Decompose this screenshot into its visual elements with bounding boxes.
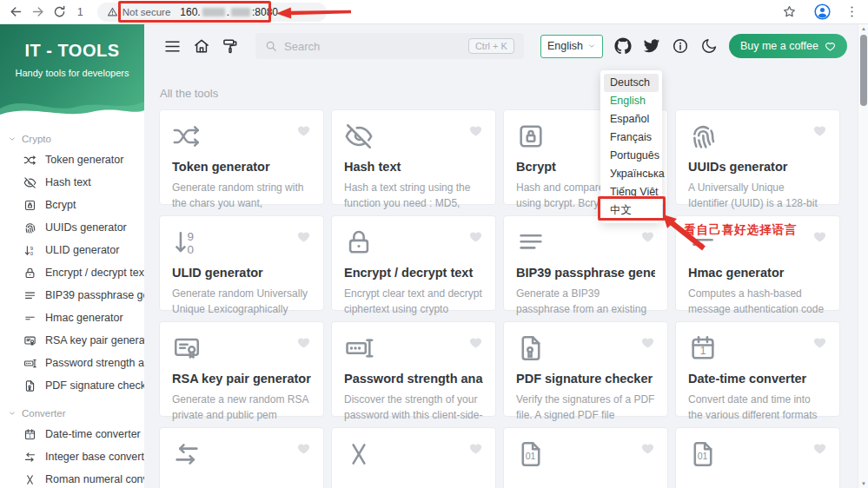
language-option-vietnamese[interactable]: Tiếng Việt — [604, 183, 659, 201]
buy-me-a-coffee-button[interactable]: Buy me a coffee — [729, 34, 847, 58]
sidebar-nav: Crypto Token generator Hash text Bcrypt … — [0, 120, 144, 488]
language-option-francais[interactable]: Français — [604, 129, 659, 147]
language-select[interactable]: English — [540, 35, 603, 58]
favorite-heart-icon[interactable] — [812, 229, 827, 244]
sidebar-item-date-time-converter[interactable]: Date-time converter — [0, 423, 144, 445]
roman-x-icon — [23, 473, 36, 486]
favorite-heart-icon[interactable] — [640, 441, 655, 456]
sidebar-item-rsa-key-pair[interactable]: RSA key pair generator — [0, 329, 144, 352]
github-icon[interactable] — [614, 37, 632, 55]
sidebar-item-roman-numeral-converter[interactable]: Roman numeral converter — [0, 468, 144, 488]
tool-card-description: Convert date and time into the various d… — [688, 392, 827, 423]
sidebar-section-crypto[interactable]: Crypto — [0, 130, 144, 148]
sidebar-item-token-generator[interactable]: Token generator — [0, 148, 144, 171]
scrollbar-up-arrow[interactable]: ▲ — [858, 26, 868, 31]
tool-card-pdf-signature[interactable]: PDF signature checker Verify the signatu… — [503, 321, 668, 417]
language-option-ukrainian[interactable]: Українська — [604, 165, 659, 183]
align-lines-icon — [23, 289, 36, 302]
bookmark-star-icon[interactable] — [782, 4, 797, 19]
tool-card-description: Generate random Universally Unique Lexic… — [172, 286, 311, 317]
sidebar-item-hmac-generator[interactable]: Hmac generator — [0, 307, 144, 329]
paint-roller-icon[interactable] — [222, 37, 239, 55]
tool-card-title: UUIDs generator — [688, 160, 827, 174]
forward-icon[interactable] — [30, 4, 45, 19]
tool-card-title: Date-time converter — [688, 372, 827, 386]
favorite-heart-icon[interactable] — [468, 229, 483, 244]
sidebar-item-encrypt-decrypt[interactable]: Encrypt / decrypt text — [0, 261, 144, 284]
favorite-heart-icon[interactable] — [468, 335, 483, 350]
search-shortcut-badge: Ctrl + K — [468, 38, 514, 54]
reload-icon[interactable] — [52, 4, 67, 19]
favorite-heart-icon[interactable] — [640, 335, 655, 350]
sidebar-section-converter[interactable]: Converter — [0, 405, 144, 423]
about-info-icon[interactable] — [672, 37, 689, 55]
tool-card-title: Hash text — [344, 160, 483, 174]
tool-card-bip39[interactable]: BIP39 passphrase generator Generate a BI… — [503, 215, 668, 311]
tool-card-integer-base-converter[interactable] — [159, 427, 324, 488]
favorite-heart-icon[interactable] — [468, 123, 483, 138]
tool-card-password-strength[interactable]: Password strength analyser Discover the … — [331, 321, 496, 417]
dark-mode-moon-icon[interactable] — [700, 37, 718, 55]
sidebar-item-ulid-generator[interactable]: ULID generator — [0, 239, 144, 261]
sidebar-item-uuids-generator[interactable]: UUIDs generator — [0, 216, 144, 239]
sidebar-item-hash-text[interactable]: Hash text — [0, 171, 144, 194]
favorite-heart-icon[interactable] — [812, 335, 827, 350]
language-option-deutsch[interactable]: Deutsch — [604, 74, 659, 92]
tool-card-title: Password strength analyser — [344, 372, 483, 386]
sidebar-item-label: Bcrypt — [45, 199, 76, 211]
tool-card-uuids-generator[interactable]: UUIDs generator A Universally Unique Ide… — [675, 109, 840, 205]
sidebar-item-password-strength[interactable]: Password strength analy... — [0, 352, 144, 374]
browser-toolbar: 1 Not secure 160. . :8080 — [0, 0, 868, 24]
back-icon[interactable] — [9, 4, 23, 19]
tool-card-description: Discover the strength of your password w… — [344, 392, 483, 423]
sidebar: IT - TOOLS Handy tools for developers Cr… — [0, 24, 144, 488]
language-option-portugues[interactable]: Português — [604, 147, 659, 165]
section-label: Converter — [22, 408, 66, 419]
sidebar-item-pdf-signature[interactable]: PDF signature checker — [0, 374, 144, 397]
tool-card-base64-converter[interactable] — [503, 427, 668, 488]
tool-card-base64-file-converter[interactable] — [675, 427, 840, 488]
tool-card-date-time-converter[interactable]: Date-time converter Convert date and tim… — [675, 321, 840, 417]
tool-card-ulid-generator[interactable]: ULID generator Generate random Universal… — [159, 215, 324, 311]
certificate-icon — [172, 333, 202, 363]
sidebar-item-integer-base-converter[interactable]: Integer base converter — [0, 445, 144, 468]
tool-card-token-generator[interactable]: Token generator Generate random string w… — [159, 109, 324, 205]
sidebar-item-label: ULID generator — [45, 244, 119, 256]
language-option-chinese[interactable]: 中文 — [604, 201, 659, 220]
sidebar-item-bip39[interactable]: BIP39 passphrase gener... — [0, 284, 144, 307]
sidebar-item-label: Hmac generator — [45, 312, 123, 324]
search-bar[interactable]: Ctrl + K — [255, 33, 524, 59]
tool-card-rsa-key-pair[interactable]: RSA key pair generator Generate a new ra… — [159, 321, 324, 417]
pdf-file-icon — [516, 333, 546, 363]
twitter-icon[interactable] — [643, 37, 660, 55]
tool-card-encrypt-decrypt[interactable]: Encrypt / decrypt text Encrypt clear tex… — [331, 215, 496, 311]
browser-menu-icon[interactable] — [845, 4, 859, 19]
tool-card-hash-text[interactable]: Hash text Hash a text string using the f… — [331, 109, 496, 205]
password-icon — [23, 357, 36, 370]
favorite-heart-icon[interactable] — [640, 229, 655, 244]
page-scrollbar[interactable]: ▲ ▼ — [858, 24, 868, 488]
favorite-heart-icon[interactable] — [812, 441, 827, 456]
favorite-heart-icon[interactable] — [812, 123, 827, 138]
language-option-espanol[interactable]: Español — [604, 110, 659, 129]
scrollbar-down-arrow[interactable]: ▼ — [858, 481, 868, 486]
shuffle-icon — [23, 154, 36, 167]
tool-card-title: Encrypt / decrypt text — [344, 266, 483, 280]
scrollbar-thumb[interactable] — [860, 35, 867, 106]
language-option-english[interactable]: English — [604, 92, 659, 110]
sidebar-item-bcrypt[interactable]: Bcrypt — [0, 194, 144, 216]
eye-off-icon — [23, 176, 36, 189]
favorite-heart-icon[interactable] — [296, 441, 311, 456]
profile-avatar-icon[interactable] — [814, 3, 831, 20]
tool-card-roman-numeral-converter[interactable] — [331, 427, 496, 488]
home-icon[interactable] — [193, 37, 210, 55]
favorite-heart-icon[interactable] — [468, 441, 483, 456]
search-input[interactable] — [284, 40, 461, 53]
favorite-heart-icon[interactable] — [296, 123, 311, 138]
roman-x-icon — [344, 439, 374, 469]
collapse-sidebar-icon[interactable] — [163, 37, 182, 56]
favorite-heart-icon[interactable] — [296, 335, 311, 350]
sidebar-item-label: Hash text — [45, 176, 91, 188]
certificate-icon — [23, 334, 36, 347]
favorite-heart-icon[interactable] — [296, 229, 311, 244]
